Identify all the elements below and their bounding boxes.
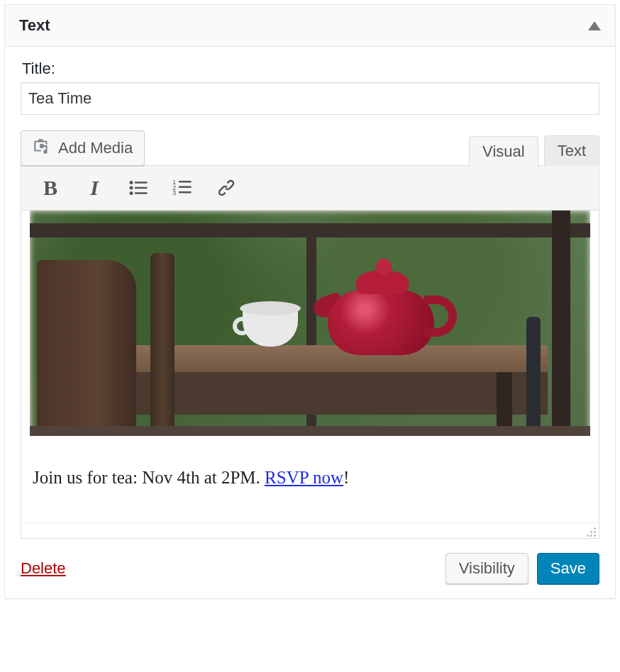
- link-button[interactable]: [214, 176, 238, 200]
- title-label: Title:: [22, 60, 599, 78]
- add-media-button[interactable]: Add Media: [21, 130, 145, 166]
- editor-toolbar: B I 123: [21, 166, 599, 211]
- svg-point-2: [130, 186, 133, 190]
- svg-rect-9: [179, 186, 192, 189]
- content-paragraph[interactable]: Join us for tea: Nov 4th at 2PM. RSVP no…: [21, 454, 599, 505]
- delete-link[interactable]: Delete: [21, 559, 66, 578]
- bullet-list-button[interactable]: [126, 176, 150, 200]
- widget-body: Title: Add Media Visual Text B I: [5, 47, 615, 598]
- numbered-list-icon: 123: [172, 177, 193, 198]
- camera-music-icon: [33, 137, 51, 159]
- title-input[interactable]: [21, 82, 599, 115]
- svg-rect-3: [135, 187, 148, 189]
- widget-header[interactable]: Text: [5, 5, 615, 47]
- numbered-list-button[interactable]: 123: [170, 176, 194, 200]
- content-image[interactable]: [30, 211, 590, 436]
- svg-text:3: 3: [172, 189, 176, 196]
- widget-header-title: Text: [19, 16, 50, 35]
- svg-point-0: [130, 181, 133, 184]
- add-media-label: Add Media: [58, 139, 133, 157]
- resize-grip-icon[interactable]: [585, 525, 596, 537]
- footer-buttons: Visibility Save: [445, 553, 599, 584]
- link-icon: [216, 177, 237, 198]
- tab-text[interactable]: Text: [544, 135, 599, 166]
- svg-point-4: [130, 191, 133, 195]
- bold-button[interactable]: B: [38, 176, 62, 200]
- svg-rect-1: [135, 181, 148, 184]
- rsvp-link[interactable]: RSVP now: [265, 468, 343, 487]
- editor-top-row: Add Media Visual Text: [21, 130, 599, 166]
- editor-tabs: Visual Text: [469, 135, 599, 166]
- visibility-button[interactable]: Visibility: [445, 553, 528, 584]
- svg-rect-7: [179, 181, 192, 183]
- widget-footer: Delete Visibility Save: [21, 553, 599, 584]
- italic-button[interactable]: I: [82, 176, 106, 200]
- text-widget-panel: Text Title: Add Media Visual Text B I: [4, 4, 616, 599]
- save-button[interactable]: Save: [537, 553, 599, 584]
- rich-text-editor: B I 123: [21, 165, 599, 539]
- editor-resize-bar[interactable]: [21, 522, 599, 538]
- collapse-icon[interactable]: [588, 21, 601, 30]
- content-text-prefix: Join us for tea: Nov 4th at 2PM.: [33, 468, 265, 487]
- svg-rect-11: [179, 191, 192, 194]
- bullet-list-icon: [128, 177, 149, 198]
- content-text-suffix: !: [343, 468, 349, 487]
- editor-content[interactable]: Join us for tea: Nov 4th at 2PM. RSVP no…: [21, 211, 599, 505]
- svg-rect-5: [135, 192, 148, 194]
- tab-visual[interactable]: Visual: [469, 136, 538, 167]
